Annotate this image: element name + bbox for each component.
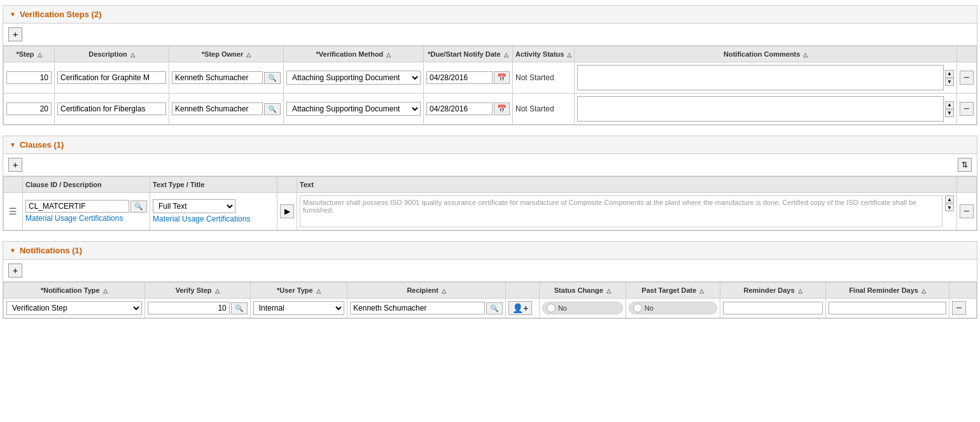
method-select-0[interactable]: Attaching Supporting DocumentPhysical In…: [286, 71, 421, 85]
date-cell-1: 📅: [424, 94, 513, 125]
user-type-select-0[interactable]: InternalExternal: [253, 301, 344, 315]
th-clause-id: Clause ID / Description: [23, 177, 150, 193]
scroll-up-btn-0[interactable]: ▲: [945, 70, 954, 78]
past-target-label-0: No: [645, 304, 654, 312]
past-target-toggle-0[interactable]: No: [629, 302, 717, 314]
verify-step-input-0[interactable]: [148, 302, 230, 314]
clause-id-input-0[interactable]: [25, 200, 129, 213]
notif-remove-cell-0: −: [949, 299, 977, 318]
th-expand: [277, 177, 297, 193]
sort-arrow-past-target[interactable]: △: [699, 288, 704, 294]
sort-arrow-status[interactable]: △: [567, 52, 571, 58]
clauses-header-row: Clause ID / Description Text Type / Titl…: [4, 177, 977, 193]
clauses-table: Clause ID / Description Text Type / Titl…: [3, 176, 977, 230]
notifications-header: ▼ Notifications (1): [3, 242, 977, 260]
status-change-toggle-0[interactable]: No: [542, 302, 623, 314]
th-final-reminder: Final Reminder Days △: [826, 283, 949, 299]
status-change-circle-0: [547, 304, 556, 313]
sort-arrow-owner[interactable]: △: [246, 52, 251, 58]
th-past-target-date: Past Target Date △: [626, 283, 720, 299]
remove-row-btn-1[interactable]: −: [960, 102, 974, 116]
notif-type-cell-0: Verification StepCompletion: [4, 299, 145, 318]
add-user-btn-0[interactable]: 👤+: [508, 301, 532, 315]
step-input-1[interactable]: [6, 102, 52, 115]
verification-steps-add-button[interactable]: +: [8, 27, 22, 41]
final-reminder-input-0[interactable]: [829, 302, 946, 314]
comments-cell-1: ▲ ▼: [575, 94, 957, 125]
list-item: Verification StepCompletion 🔍 InternalEx…: [4, 299, 977, 318]
description-input-0[interactable]: [57, 71, 166, 84]
drag-cell-0: ☰: [4, 193, 23, 230]
collapse-icon[interactable]: ▼: [10, 11, 16, 18]
past-target-circle-0: [633, 304, 642, 313]
clause-scroll-down-0[interactable]: ▼: [945, 204, 954, 211]
owner-input-0[interactable]: [172, 71, 263, 84]
step-cell-0: [4, 62, 55, 94]
sort-arrow-final-reminder[interactable]: △: [921, 288, 926, 294]
clauses-collapse-icon[interactable]: ▼: [10, 141, 16, 148]
sort-arrow-step[interactable]: △: [38, 52, 42, 58]
reminder-days-cell-0: [720, 299, 825, 318]
sort-arrow-verify-step[interactable]: △: [215, 288, 220, 294]
owner-search-btn-1[interactable]: 🔍: [264, 103, 281, 115]
th-notif-actions: [949, 283, 977, 299]
clause-scroll-up-0[interactable]: ▲: [945, 195, 954, 203]
clauses-add-button[interactable]: +: [8, 158, 22, 172]
recipient-search-btn-0[interactable]: 🔍: [486, 302, 503, 314]
notif-remove-btn-0[interactable]: −: [952, 301, 966, 315]
clause-search-btn-0[interactable]: 🔍: [130, 200, 147, 213]
sort-arrow-status-change[interactable]: △: [606, 288, 611, 294]
sort-arrow-comments[interactable]: △: [803, 52, 808, 58]
notifications-add-button[interactable]: +: [8, 264, 22, 278]
status-change-label-0: No: [558, 304, 567, 312]
notifications-collapse-icon[interactable]: ▼: [10, 247, 16, 254]
sort-arrow-notif-type[interactable]: △: [103, 288, 108, 294]
table-row: 🔍 Attaching Supporting DocumentPhysical …: [4, 62, 977, 94]
scroll-down-btn-1[interactable]: ▼: [945, 109, 954, 117]
th-step-owner: *Step Owner △: [169, 46, 284, 62]
recipient-input-0[interactable]: [350, 302, 485, 314]
drag-handle-0[interactable]: ☰: [6, 205, 20, 218]
text-type-select-0[interactable]: Full TextSummary: [153, 199, 235, 213]
date-input-1[interactable]: [426, 102, 493, 115]
comments-textarea-0[interactable]: [577, 65, 944, 90]
status-cell-1: Not Started: [513, 94, 575, 125]
th-user-type: *User Type △: [250, 283, 347, 299]
scroll-arrows-0: ▲ ▼: [945, 70, 954, 86]
calendar-btn-0[interactable]: 📅: [494, 71, 510, 84]
sort-arrow-reminder[interactable]: △: [798, 288, 802, 294]
comments-textarea-1[interactable]: [577, 96, 944, 122]
verify-step-search-0[interactable]: 🔍: [231, 302, 248, 314]
status-text-1: Not Started: [515, 104, 554, 113]
method-select-1[interactable]: Attaching Supporting DocumentPhysical In…: [286, 102, 421, 116]
calendar-btn-1[interactable]: 📅: [494, 102, 510, 115]
date-input-0[interactable]: [426, 71, 493, 84]
sort-arrow-date[interactable]: △: [504, 52, 508, 58]
clauses-section: ▼ Clauses (1) + ⇅ Clause ID / Descriptio…: [3, 136, 977, 231]
clauses-sort-button[interactable]: ⇅: [958, 158, 972, 172]
sort-arrow-method[interactable]: △: [386, 52, 391, 58]
sort-arrow-recipient[interactable]: △: [442, 288, 446, 294]
sort-arrow-desc[interactable]: △: [130, 52, 135, 58]
remove-row-btn-0[interactable]: −: [960, 71, 974, 85]
text-title-link-0[interactable]: Material Usage Certifications: [153, 215, 274, 223]
step-input-0[interactable]: [6, 71, 52, 84]
status-cell-0: Not Started: [513, 62, 575, 94]
owner-input-1[interactable]: [172, 102, 263, 115]
description-cell-1: [55, 94, 169, 125]
th-verification-method: *Verification Method △: [284, 46, 424, 62]
scroll-up-btn-1[interactable]: ▲: [945, 101, 954, 109]
th-reminder-days: Reminder Days △: [720, 283, 825, 299]
status-change-cell-0: No: [539, 299, 626, 318]
reminder-days-input-0[interactable]: [723, 302, 823, 314]
sort-arrow-user-type[interactable]: △: [316, 288, 321, 294]
description-input-1[interactable]: [57, 102, 166, 115]
owner-search-btn-0[interactable]: 🔍: [264, 72, 281, 84]
th-step: *Step △: [4, 46, 55, 62]
scroll-down-btn-0[interactable]: ▼: [945, 78, 954, 86]
clause-description-link-0[interactable]: Material Usage Certifications: [25, 214, 147, 223]
expand-btn-0[interactable]: ▶: [280, 204, 294, 218]
clause-remove-btn-0[interactable]: −: [960, 204, 974, 218]
remove-cell-1: −: [957, 94, 977, 125]
notif-type-select-0[interactable]: Verification StepCompletion: [6, 301, 142, 315]
